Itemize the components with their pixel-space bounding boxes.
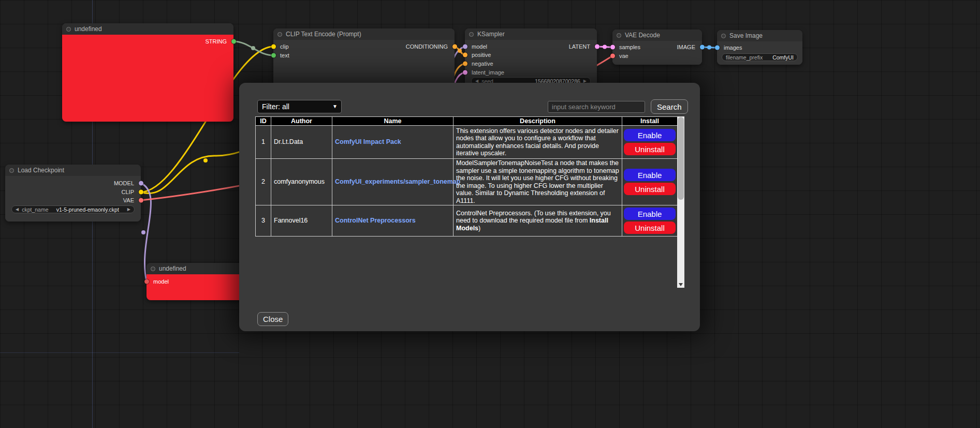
node-body: images filename_prefix ComfyUI: [717, 41, 802, 65]
output-port-model[interactable]: [139, 181, 143, 186]
output-port-vae[interactable]: [139, 198, 143, 203]
wire-dot-string: [251, 46, 255, 50]
output-slot-model: MODEL: [5, 179, 141, 187]
table-scrollbar[interactable]: [677, 116, 684, 288]
output-port-conditioning[interactable]: [452, 45, 457, 49]
output-label: CLIP: [122, 189, 134, 195]
cell-author: Fannovel16: [271, 205, 332, 237]
input-port-positive[interactable]: [463, 53, 467, 57]
node-title-bar[interactable]: KSampler: [465, 28, 597, 40]
input-port-images[interactable]: [715, 46, 720, 50]
output-port-string[interactable]: [231, 39, 236, 44]
enable-button[interactable]: Enable: [624, 129, 676, 141]
node-title-bar[interactable]: CLIP Text Encode (Prompt): [273, 28, 455, 40]
node-undefined-bottom[interactable]: undefined model: [147, 263, 245, 300]
node-title-bar[interactable]: VAE Decode: [612, 29, 702, 41]
table-row: 1 Dr.Lt.Data ComfyUI Impact Pack This ex…: [256, 126, 678, 159]
node-undefined-top[interactable]: undefined STRING: [62, 23, 233, 122]
filter-select-wrap: Filter: all ▼: [257, 100, 342, 113]
filename-prefix-widget[interactable]: filename_prefix ComfyUI: [722, 53, 798, 61]
wire-dot-image: [707, 46, 711, 50]
node-body-error: model: [147, 274, 245, 300]
ckpt-name-widget[interactable]: ◀ ckpt_name v1-5-pruned-emaonly.ckpt ▶: [11, 205, 135, 213]
header-author: Author: [271, 117, 332, 126]
uninstall-button[interactable]: Uninstall: [624, 143, 676, 155]
extension-link[interactable]: ComfyUI Impact Pack: [335, 138, 401, 145]
uninstall-button[interactable]: Uninstall: [624, 222, 676, 234]
collapse-dot-icon[interactable]: [9, 168, 14, 173]
extension-link[interactable]: ComfyUI_experiments/sampler_tonemap: [335, 178, 460, 185]
input-slot-positive: positive: [465, 51, 597, 59]
collapse-dot-icon[interactable]: [277, 32, 282, 37]
wire-dot-model: [141, 230, 145, 234]
wire-string-to-text: [233, 41, 273, 55]
collapse-dot-icon[interactable]: [66, 27, 71, 32]
node-title-bar[interactable]: Save Image: [717, 30, 802, 41]
output-label: LATENT: [569, 43, 590, 50]
cell-id: 2: [256, 159, 271, 205]
output-label: VAE: [123, 197, 134, 203]
input-label: model: [472, 43, 487, 50]
header-install: Install: [622, 117, 678, 126]
collapse-dot-icon[interactable]: [469, 32, 474, 37]
wire-dot-latent: [603, 45, 607, 49]
extension-link[interactable]: ControlNet Preprocessors: [335, 217, 416, 224]
previous-arrow-icon[interactable]: ◀: [16, 208, 19, 212]
input-port-samples[interactable]: [610, 45, 615, 50]
node-title-bar[interactable]: Load Checkpoint: [5, 165, 141, 176]
output-port-latent[interactable]: [595, 45, 599, 49]
canvas-guide-horizontal: [0, 352, 239, 353]
node-vae-decode[interactable]: VAE Decode samples IMAGE vae: [612, 29, 702, 65]
input-port-latent-image[interactable]: [463, 70, 467, 75]
input-label: model: [153, 278, 169, 285]
output-slot-vae: VAE: [5, 196, 141, 204]
output-label: CONDITIONING: [406, 43, 448, 50]
enable-button[interactable]: Enable: [624, 169, 676, 181]
node-load-checkpoint[interactable]: Load Checkpoint MODEL CLIP VAE ◀ ckpt_na…: [5, 165, 141, 222]
cell-description: This extension offers various detector n…: [454, 126, 622, 159]
node-title-bar[interactable]: undefined: [62, 23, 233, 35]
node-save-image[interactable]: Save Image images filename_prefix ComfyU…: [717, 30, 802, 65]
node-title: Save Image: [729, 32, 763, 39]
node-title-bar[interactable]: undefined: [147, 263, 245, 274]
widget-label: filename_prefix: [726, 54, 763, 61]
close-button[interactable]: Close: [257, 312, 288, 326]
output-label: STRING: [205, 38, 227, 45]
table-row: 2 comfyanonymous ComfyUI_experiments/sam…: [256, 159, 678, 205]
input-port-clip[interactable]: [271, 45, 276, 49]
input-port-model[interactable]: [463, 45, 467, 49]
input-slot-model: model LATENT: [465, 42, 597, 51]
input-port-negative[interactable]: [463, 62, 467, 66]
output-port-clip[interactable]: [139, 190, 143, 195]
uninstall-button[interactable]: Uninstall: [624, 183, 676, 195]
input-port-model[interactable]: [144, 279, 149, 284]
node-title: CLIP Text Encode (Prompt): [286, 31, 361, 38]
input-slot-samples: samples IMAGE: [612, 43, 702, 51]
wire-dot-conditioning: [458, 49, 462, 53]
header-id: ID: [256, 117, 271, 126]
node-title: VAE Decode: [625, 32, 660, 39]
scroll-down-arrow-icon: [679, 283, 683, 288]
cell-author: comfyanonymous: [271, 159, 332, 205]
node-title: KSampler: [477, 31, 505, 38]
collapse-dot-icon[interactable]: [721, 34, 726, 38]
node-title: undefined: [75, 25, 102, 33]
cell-description: ControlNet Preprocessors. (To use this e…: [454, 205, 622, 237]
output-port-image[interactable]: [700, 45, 705, 50]
collapse-dot-icon[interactable]: [151, 267, 155, 271]
next-arrow-icon[interactable]: ▶: [127, 208, 130, 212]
input-port-text[interactable]: [271, 53, 276, 58]
collapse-dot-icon[interactable]: [617, 33, 621, 38]
input-label: positive: [472, 52, 491, 58]
table-header-row: ID Author Name Description Install: [256, 117, 678, 126]
scrollbar-down-button[interactable]: [677, 281, 684, 288]
search-input[interactable]: [548, 101, 645, 113]
search-button[interactable]: Search: [651, 99, 688, 114]
input-port-vae[interactable]: [610, 54, 615, 58]
input-label: images: [724, 45, 742, 51]
comfyui-manager-dialog: Filter: all ▼ Search ID Author Name Desc…: [239, 83, 700, 331]
enable-button[interactable]: Enable: [624, 208, 676, 220]
scrollbar-thumb[interactable]: [678, 117, 684, 200]
output-slot-clip: CLIP: [5, 188, 141, 196]
filter-select[interactable]: Filter: all: [257, 100, 342, 113]
